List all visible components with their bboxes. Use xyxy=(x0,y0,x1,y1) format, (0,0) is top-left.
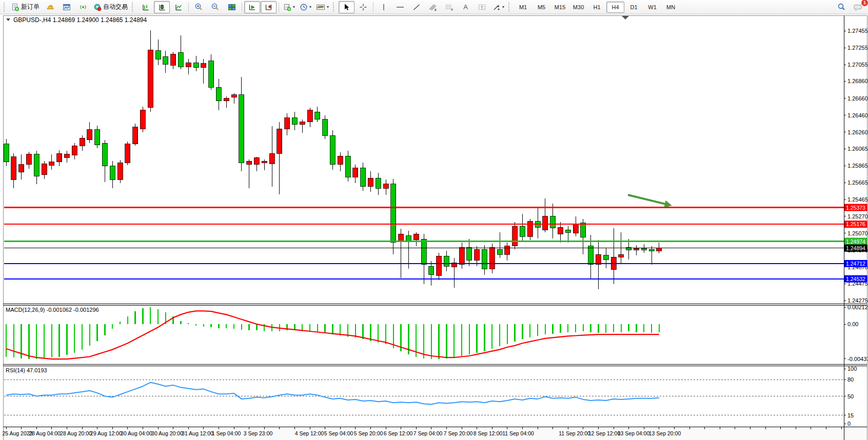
notifications-button[interactable]: 1 xyxy=(850,1,866,13)
new-order-label: 新订单 xyxy=(21,3,40,11)
time-axis-label: 11 Sep 04:00 xyxy=(502,430,534,436)
arrows-button[interactable]: ▾ xyxy=(490,1,506,13)
timeframe-mn-button[interactable]: MN xyxy=(662,2,680,13)
time-axis-label: 7 Sep 20:00 xyxy=(444,430,473,436)
line-chart-icon xyxy=(174,3,183,11)
equidistant-channel-button[interactable]: E xyxy=(425,1,441,13)
time-axis-label: 8 Sep 12:00 xyxy=(474,430,503,436)
toolbar-grip[interactable] xyxy=(132,3,135,12)
time-axis-label: 29 Aug 12:00 xyxy=(90,430,122,436)
horizontal-line-icon xyxy=(396,3,405,11)
template-icon xyxy=(316,3,325,11)
timeframe-h4-button[interactable]: H4 xyxy=(606,2,624,13)
horizontal-line-button[interactable] xyxy=(392,1,408,13)
auto-scroll-button[interactable] xyxy=(244,1,260,13)
timeframe-d1-button[interactable]: D1 xyxy=(625,2,643,13)
timeframe-m1-button[interactable]: M1 xyxy=(514,2,532,13)
price-axis-label: 1.26065 xyxy=(847,146,868,152)
time-axis-label: 4 Sep 12:00 xyxy=(295,430,324,436)
timeframe-m15-button[interactable]: M15 xyxy=(551,2,569,13)
auto-trading-button[interactable]: 自动交易 xyxy=(91,1,130,13)
bar-chart-button[interactable] xyxy=(137,1,153,13)
price-axis-label: 1.27055 xyxy=(847,62,868,68)
search-button[interactable] xyxy=(834,1,850,13)
price-badge-label: 1.24532 xyxy=(846,276,865,282)
timeframe-m5-button[interactable]: M5 xyxy=(532,2,550,13)
vertical-line-button[interactable] xyxy=(376,1,391,13)
toolbar-separator xyxy=(279,2,279,12)
zoom-in-button[interactable] xyxy=(191,1,207,13)
crosshair-button[interactable] xyxy=(355,1,371,13)
chart-canvas: 1.274551.272551.270551.268601.266601.264… xyxy=(0,14,868,440)
time-axis-label: 7 Sep 04:00 xyxy=(413,430,443,436)
symbols-button[interactable] xyxy=(42,1,58,13)
price-axis-label: 1.24275 xyxy=(847,297,868,304)
timeframe-m30-button[interactable]: M30 xyxy=(569,2,587,13)
signals-button[interactable] xyxy=(75,1,91,13)
cursor-icon xyxy=(343,3,350,11)
periods-button[interactable]: ▾ xyxy=(298,1,313,13)
rsi-axis-label: 0 xyxy=(847,421,851,427)
time-axis-label: 28 Aug 20:00 xyxy=(60,430,92,436)
cursor-button[interactable] xyxy=(339,1,354,13)
zoom-out-button[interactable] xyxy=(207,1,223,13)
price-badge-label: 1.24712 xyxy=(846,261,865,267)
fibonacci-button[interactable]: F xyxy=(441,1,457,13)
macd-label: MACD(12,26,9) -0.001062 -0.001296 xyxy=(6,307,99,313)
clock-icon xyxy=(300,3,308,11)
price-badge-label: 1.24894 xyxy=(846,245,865,251)
zoom-in-icon xyxy=(194,3,203,11)
timeframe-h1-button[interactable]: H1 xyxy=(588,2,606,13)
signal-icon xyxy=(79,3,87,11)
time-axis-label: 5 Sep 04:00 xyxy=(324,430,353,436)
dropdown-caret-icon: ▾ xyxy=(502,5,504,9)
dropdown-caret-icon: ▾ xyxy=(309,5,311,9)
new-chart-button[interactable]: ▾ xyxy=(281,1,297,13)
bar-chart-icon xyxy=(141,3,150,11)
time-axis-label: 13 Sep 20:00 xyxy=(649,430,681,436)
tile-windows-icon xyxy=(228,3,236,11)
notification-badge: 1 xyxy=(861,0,868,6)
dropdown-caret-icon: ▾ xyxy=(293,5,295,9)
tile-windows-button[interactable] xyxy=(224,1,240,13)
text-label-button[interactable]: T xyxy=(474,1,490,13)
chart-window-button[interactable] xyxy=(58,1,74,13)
time-axis-label: 11 Sep 20:00 xyxy=(559,430,590,436)
chart-svg[interactable]: 1.274551.272551.270551.268601.266601.264… xyxy=(0,14,868,440)
trendline-icon xyxy=(412,3,421,11)
toolbar-grip[interactable] xyxy=(333,3,337,12)
toolbar-separator xyxy=(188,2,189,12)
chat-bubble-icon xyxy=(854,3,862,11)
text-icon: A xyxy=(463,3,468,11)
candlestick-chart-button[interactable] xyxy=(154,1,170,13)
crosshair-icon xyxy=(359,3,367,11)
svg-text:T: T xyxy=(481,5,483,10)
toolbar: 新订单 自动交易 xyxy=(0,0,868,14)
toolbar-separator xyxy=(242,2,242,12)
price-axis-label: 1.26260 xyxy=(847,129,868,135)
line-chart-button[interactable] xyxy=(170,1,186,13)
rsi-axis-label: 80 xyxy=(847,376,854,383)
time-axis-label: 28 Aug 04:00 xyxy=(29,430,61,436)
templates-button[interactable]: ▾ xyxy=(314,1,331,13)
macd-axis-label: 0.00 xyxy=(847,321,858,327)
timeframe-w1-button[interactable]: W1 xyxy=(643,2,661,13)
trendline-button[interactable] xyxy=(408,1,424,13)
dropdown-caret-icon: ▾ xyxy=(327,5,329,9)
price-axis-label: 1.27455 xyxy=(847,28,868,34)
toolbar-grip[interactable] xyxy=(508,3,512,12)
auto-trading-label: 自动交易 xyxy=(103,3,128,11)
new-order-button[interactable]: 新订单 xyxy=(9,1,42,13)
search-icon xyxy=(837,3,846,11)
fibonacci-icon: F xyxy=(445,3,454,11)
svg-text:F: F xyxy=(451,8,453,11)
arrows-icon xyxy=(492,3,501,11)
toolbar-grip[interactable] xyxy=(4,3,7,12)
text-button[interactable]: A xyxy=(458,1,474,13)
chart-shift-icon xyxy=(264,3,273,11)
chart-area[interactable]: 1.274551.272551.270551.268601.266601.264… xyxy=(0,14,868,440)
chart-shift-button[interactable] xyxy=(261,1,277,13)
chart-ohlc-title: GBPUSD-,H4 1.24869 1.24900 1.24865 1.248… xyxy=(13,16,147,24)
price-badge-label: 1.24974 xyxy=(846,238,865,245)
auto-scroll-icon xyxy=(248,3,257,11)
